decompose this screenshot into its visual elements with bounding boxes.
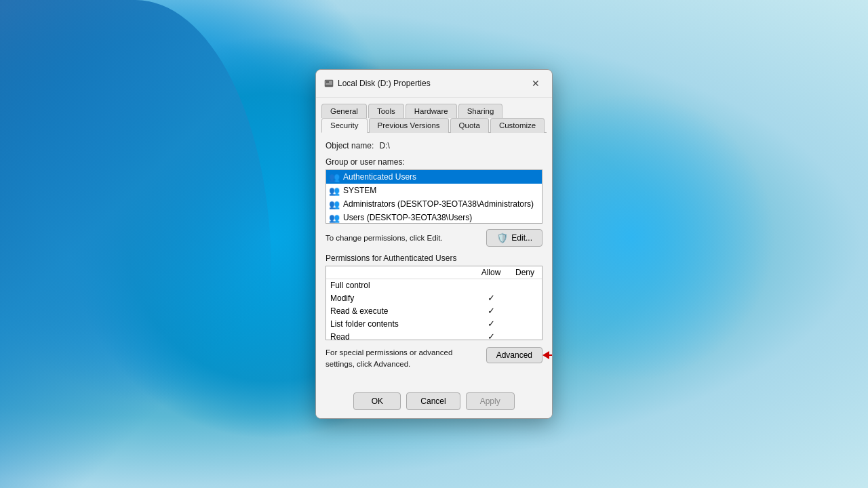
checkmark-icon: ✓: [488, 319, 495, 329]
permission-allow: ✓: [474, 291, 508, 304]
user-item-authenticated[interactable]: 👥 Authenticated Users: [326, 170, 542, 184]
admin-icon: 👥: [329, 199, 340, 209]
cancel-button[interactable]: Cancel: [406, 392, 460, 410]
red-arrow-annotation: [542, 351, 553, 359]
user-list[interactable]: 👥 Authenticated Users 👥 SYSTEM 👥 Adminis…: [326, 169, 542, 224]
permission-name: List folder contents: [326, 317, 474, 330]
object-name-row: Object name: D:\: [326, 141, 542, 150]
svg-rect-2: [326, 81, 329, 83]
checkmark-icon: ✓: [488, 331, 495, 340]
permission-name: Full control: [326, 279, 474, 292]
advanced-hint: For special permissions or advanced sett…: [326, 347, 461, 369]
dialog-title: Local Disk (D:) Properties: [338, 79, 431, 88]
tab-quota[interactable]: Quota: [450, 118, 489, 133]
tab-general[interactable]: General: [321, 104, 367, 118]
advanced-button[interactable]: Advanced: [486, 347, 542, 363]
ok-button[interactable]: OK: [353, 392, 401, 410]
permission-row: Read✓: [326, 330, 542, 340]
object-name-value: D:\: [379, 141, 389, 150]
close-button[interactable]: ✕: [528, 75, 544, 92]
permission-name: Read & execute: [326, 304, 474, 317]
tab-customize[interactable]: Customize: [490, 118, 545, 133]
user-item-label: Administrators (DESKTOP-3EOTA38\Administ…: [343, 199, 534, 209]
permission-allow: ✓: [474, 330, 508, 340]
apply-button[interactable]: Apply: [466, 392, 515, 410]
tab-row-2: Security Previous Versions Quota Customi…: [321, 117, 547, 132]
tabs-area: General Tools Hardware Sharing Security …: [316, 98, 552, 133]
permission-row: Modify✓: [326, 291, 542, 304]
arrow-head: [542, 351, 549, 359]
disk-icon: [324, 79, 334, 88]
shield-icon: 🛡️: [496, 232, 508, 243]
tab-row-1: General Tools Hardware Sharing: [321, 103, 547, 117]
advanced-row: For special permissions or advanced sett…: [326, 347, 542, 369]
content-area: Object name: D:\ Group or user names: 👥 …: [316, 133, 552, 386]
user-item-users[interactable]: 👥 Users (DESKTOP-3EOTA38\Users): [326, 211, 542, 224]
edit-button[interactable]: 🛡️ Edit...: [486, 229, 542, 247]
group-label: Group or user names:: [326, 157, 542, 167]
user-item-label: Authenticated Users: [343, 172, 416, 182]
titlebar-left: Local Disk (D:) Properties: [324, 79, 431, 88]
edit-row: To change permissions, click Edit. 🛡️ Ed…: [326, 229, 542, 247]
titlebar: Local Disk (D:) Properties ✕: [316, 70, 552, 98]
tab-previous-versions[interactable]: Previous Versions: [369, 118, 449, 133]
permissions-table-wrapper: Allow Deny Full controlModify✓Read & exe…: [326, 266, 542, 340]
permission-deny: [508, 279, 542, 292]
checkmark-icon: ✓: [488, 293, 495, 303]
dialog-overlay: Local Disk (D:) Properties ✕ General Too…: [0, 0, 868, 488]
tab-tools[interactable]: Tools: [368, 104, 404, 118]
permissions-label: Permissions for Authenticated Users: [326, 253, 542, 263]
permission-name: Read: [326, 330, 474, 340]
user-item-label: Users (DESKTOP-3EOTA38\Users): [343, 213, 472, 222]
object-name-label: Object name:: [326, 141, 374, 150]
bottom-buttons: OK Cancel Apply: [316, 387, 552, 418]
tab-sharing[interactable]: Sharing: [458, 104, 503, 118]
checkmark-icon: ✓: [488, 306, 495, 316]
permission-deny: [508, 304, 542, 317]
users-icon: 👥: [329, 212, 340, 223]
user-item-administrators[interactable]: 👥 Administrators (DESKTOP-3EOTA38\Admini…: [326, 197, 542, 211]
tab-security[interactable]: Security: [321, 118, 368, 133]
permission-allow: ✓: [474, 304, 508, 317]
edit-button-label: Edit...: [511, 233, 532, 243]
permission-deny: [508, 291, 542, 304]
tab-hardware[interactable]: Hardware: [406, 104, 457, 118]
properties-dialog: Local Disk (D:) Properties ✕ General Too…: [315, 69, 553, 418]
user-item-system[interactable]: 👥 SYSTEM: [326, 184, 542, 197]
perm-col-deny: Deny: [508, 266, 542, 279]
perm-col-name: [326, 266, 474, 279]
user-group-icon: 👥: [329, 171, 340, 182]
permission-deny: [508, 330, 542, 340]
arrow-line: [549, 354, 553, 356]
permission-allow: [474, 279, 508, 292]
permissions-table: Allow Deny Full controlModify✓Read & exe…: [326, 266, 542, 340]
permission-row: List folder contents✓: [326, 317, 542, 330]
permission-row: Full control: [326, 279, 542, 292]
edit-hint: To change permissions, click Edit.: [326, 234, 486, 242]
system-icon: 👥: [329, 185, 340, 196]
permission-allow: ✓: [474, 317, 508, 330]
permission-row: Read & execute✓: [326, 304, 542, 317]
perm-col-allow: Allow: [474, 266, 508, 279]
permission-name: Modify: [326, 291, 474, 304]
permission-deny: [508, 317, 542, 330]
user-item-label: SYSTEM: [343, 186, 376, 195]
